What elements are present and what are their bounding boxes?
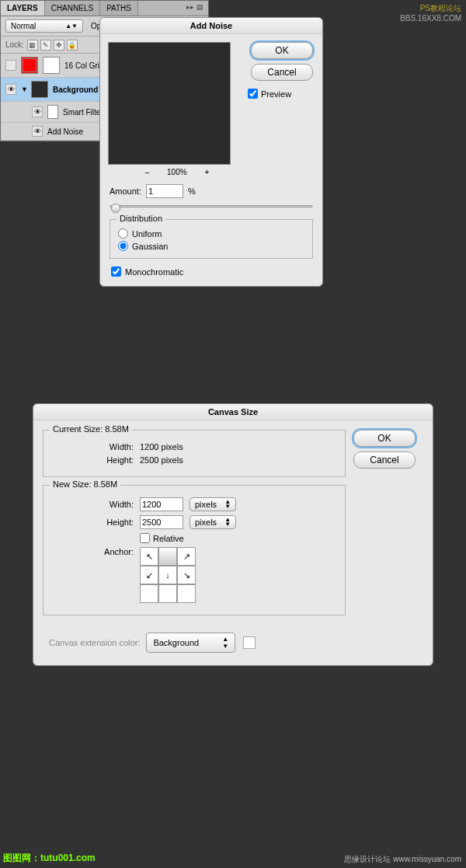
width-unit-select[interactable]: pixels▲▼ [190, 497, 236, 511]
uniform-label: Uniform [132, 229, 162, 239]
new-size-legend: New Size: 8.58M [50, 479, 120, 489]
gaussian-radio[interactable] [118, 241, 128, 251]
panel-menu-icon[interactable]: ▸▸ ▤ [182, 1, 208, 16]
cancel-button[interactable]: Cancel [251, 64, 313, 81]
dialog-title: Add Noise [100, 18, 322, 34]
zoom-in-button[interactable]: + [204, 168, 209, 176]
noise-preview [108, 42, 231, 165]
ok-button[interactable]: OK [353, 430, 416, 447]
cur-height-value: 2500 pixels [140, 455, 183, 465]
visibility-toggle[interactable]: 👁 [32, 126, 43, 137]
layer-mask-thumb [43, 57, 60, 74]
canvas-size-dialog: Canvas Size Current Size: 8.58M Width:12… [33, 403, 433, 666]
relative-label: Relative [153, 534, 184, 543]
add-noise-dialog: Add Noise – 100% + OK Cancel Preview Amo… [99, 17, 323, 287]
anchor-grid[interactable]: ↖↗ ↙↓↘ [140, 547, 196, 603]
gaussian-label: Gaussian [132, 242, 168, 251]
ext-color-label: Canvas extension color: [49, 638, 140, 647]
watermark-bottom-right: 思缘设计论坛 www.missyuan.com [344, 854, 461, 865]
visibility-toggle[interactable]: 👁 [5, 84, 16, 95]
ext-color-select[interactable]: Background▲▼ [146, 633, 235, 653]
blend-mode-select[interactable]: Normal▲▼ [5, 19, 83, 33]
watermark-bottom-left: 图图网：tutu001.com [3, 852, 96, 865]
amount-label: Amount: [110, 186, 141, 196]
zoom-out-button[interactable]: – [145, 168, 150, 176]
uniform-radio[interactable] [118, 228, 128, 239]
monochromatic-checkbox[interactable] [111, 267, 121, 277]
layer-thumb [21, 57, 38, 74]
new-width-label: Width: [54, 500, 140, 509]
amount-slider[interactable] [110, 205, 313, 211]
cur-width-label: Width: [54, 442, 140, 451]
tab-paths[interactable]: PATHS [100, 1, 138, 16]
new-height-label: Height: [54, 518, 140, 527]
tab-layers[interactable]: LAYERS [1, 1, 45, 16]
height-unit-select[interactable]: pixels▲▼ [190, 515, 236, 529]
visibility-toggle[interactable]: 👁 [32, 106, 43, 117]
visibility-toggle[interactable] [5, 60, 16, 71]
filter-mask-thumb [47, 105, 58, 119]
lock-label: Lock: [5, 40, 24, 49]
new-width-input[interactable] [140, 497, 183, 511]
current-size-legend: Current Size: 8.58M [50, 424, 132, 434]
ok-button[interactable]: OK [251, 42, 313, 59]
cur-height-label: Height: [54, 455, 140, 465]
watermark-top: PS教程论坛 BBS.16XX8.COM [400, 3, 461, 23]
distribution-legend: Distribution [116, 214, 165, 223]
zoom-level: 100% [167, 168, 187, 176]
layer-thumb [31, 81, 48, 98]
lock-all-icon[interactable]: 🔒 [67, 40, 78, 51]
amount-input[interactable] [146, 184, 183, 198]
percent-label: % [188, 186, 196, 196]
preview-checkbox[interactable] [248, 89, 258, 99]
tab-channels[interactable]: CHANNELS [45, 1, 100, 16]
dialog-title: Canvas Size [33, 404, 433, 420]
preview-label: Preview [261, 89, 291, 99]
lock-pixels-icon[interactable]: ✎ [40, 40, 51, 51]
zoom-controls: – 100% + [106, 168, 248, 176]
anchor-label: Anchor: [54, 547, 140, 556]
cancel-button[interactable]: Cancel [353, 451, 416, 469]
lock-position-icon[interactable]: ✥ [54, 40, 64, 51]
cur-width-value: 1200 pixels [140, 442, 183, 451]
expand-icon[interactable]: ▼ [21, 85, 28, 93]
lock-transparent-icon[interactable]: ▦ [27, 40, 38, 51]
ext-color-swatch[interactable] [243, 636, 256, 649]
relative-checkbox[interactable] [140, 533, 150, 543]
monochromatic-label: Monochromatic [125, 267, 183, 277]
new-height-input[interactable] [140, 515, 183, 529]
